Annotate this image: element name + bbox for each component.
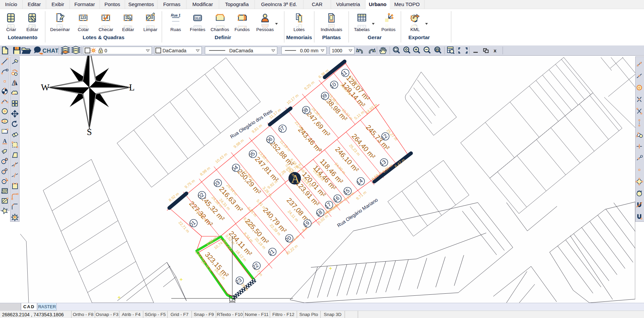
svg-text:Rua 1: Rua 1 — [171, 13, 181, 17]
svg-text:DaCamada: DaCamada — [229, 48, 253, 53]
svg-text:L: L — [129, 82, 135, 92]
svg-text:0: 0 — [105, 48, 107, 53]
svg-text:250,29 m²: 250,29 m² — [236, 167, 263, 196]
svg-text:S: S — [87, 127, 92, 137]
svg-text:DaCamada: DaCamada — [163, 48, 186, 53]
svg-text:312: 312 — [195, 17, 200, 20]
svg-text:Gerar: Gerar — [368, 34, 381, 40]
svg-text:22,71 m: 22,71 m — [178, 220, 190, 234]
svg-text:Loteamento: Loteamento — [8, 34, 37, 40]
svg-text:Definir: Definir — [214, 34, 231, 40]
svg-text:1000: 1000 — [332, 48, 342, 53]
svg-text:CHAT: CHAT — [42, 48, 59, 54]
svg-text:5,11 m: 5,11 m — [353, 110, 365, 120]
svg-text:9,75 m: 9,75 m — [184, 179, 196, 189]
svg-text:8,98 m: 8,98 m — [199, 166, 211, 176]
svg-text:123: 123 — [80, 16, 86, 20]
svg-text:0,95 m: 0,95 m — [247, 206, 258, 217]
svg-text:A: A — [3, 138, 7, 144]
svg-text:Plantas: Plantas — [322, 34, 341, 40]
svg-text:8,34 m: 8,34 m — [243, 232, 254, 243]
svg-text:10,22 m: 10,22 m — [285, 244, 299, 256]
svg-text:Memoriais: Memoriais — [286, 34, 312, 40]
svg-text:Ruas: Ruas — [170, 27, 181, 32]
svg-text:14,93 m: 14,93 m — [365, 103, 378, 114]
svg-text:3: 3 — [151, 16, 153, 20]
svg-text:W: W — [41, 82, 50, 92]
svg-text:0.00 mm: 0.00 mm — [300, 48, 318, 53]
svg-text:9,98 m: 9,98 m — [233, 138, 244, 149]
svg-text:Rua Olegário dos Reis: Rua Olegário dos Reis — [229, 108, 273, 139]
svg-text:Lotes & Quadras: Lotes & Quadras — [83, 34, 124, 40]
svg-text:Exportar: Exportar — [408, 34, 430, 40]
svg-text:9,71 m: 9,71 m — [355, 190, 367, 201]
svg-text:x: x — [494, 48, 497, 53]
svg-text:9,25 m: 9,25 m — [303, 80, 315, 91]
